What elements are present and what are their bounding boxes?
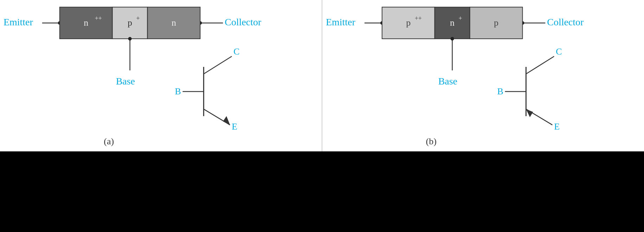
- svg-text:E: E: [232, 121, 237, 132]
- svg-text:Base: Base: [438, 76, 457, 87]
- svg-text:+: +: [459, 15, 462, 22]
- diagram-a-panel: Emitter Collector n ++ p + n: [0, 0, 322, 151]
- svg-text:B: B: [497, 86, 503, 96]
- svg-text:+: +: [136, 15, 140, 22]
- svg-text:++: ++: [415, 15, 422, 22]
- svg-text:n: n: [84, 18, 88, 28]
- svg-text:p: p: [128, 18, 132, 28]
- svg-text:E: E: [554, 121, 560, 132]
- svg-point-37: [451, 37, 454, 40]
- diagram-b-panel: Emitter Collector p ++ n + p: [322, 0, 644, 151]
- svg-text:n: n: [172, 18, 176, 28]
- svg-marker-21: [223, 116, 230, 125]
- svg-text:++: ++: [95, 15, 102, 22]
- svg-text:n: n: [450, 18, 455, 28]
- emitter-label-a: Emitter: [4, 17, 33, 27]
- collector-label-a: Collector: [225, 17, 262, 27]
- svg-text:p: p: [406, 18, 411, 28]
- svg-line-18: [204, 56, 232, 74]
- svg-text:Base: Base: [116, 76, 135, 87]
- svg-text:C: C: [556, 46, 562, 57]
- bottom-black-bar: [0, 151, 644, 232]
- svg-line-42: [526, 56, 554, 74]
- svg-point-13: [128, 37, 132, 40]
- emitter-label-b: Emitter: [326, 17, 356, 27]
- svg-text:(a): (a): [104, 136, 114, 146]
- svg-text:(b): (b): [426, 136, 437, 146]
- svg-text:C: C: [233, 46, 239, 57]
- svg-marker-45: [526, 109, 533, 117]
- collector-label-b: Collector: [547, 17, 584, 27]
- svg-text:p: p: [494, 18, 498, 28]
- main-content: Emitter Collector n ++ p + n: [0, 0, 644, 151]
- svg-text:B: B: [175, 86, 181, 96]
